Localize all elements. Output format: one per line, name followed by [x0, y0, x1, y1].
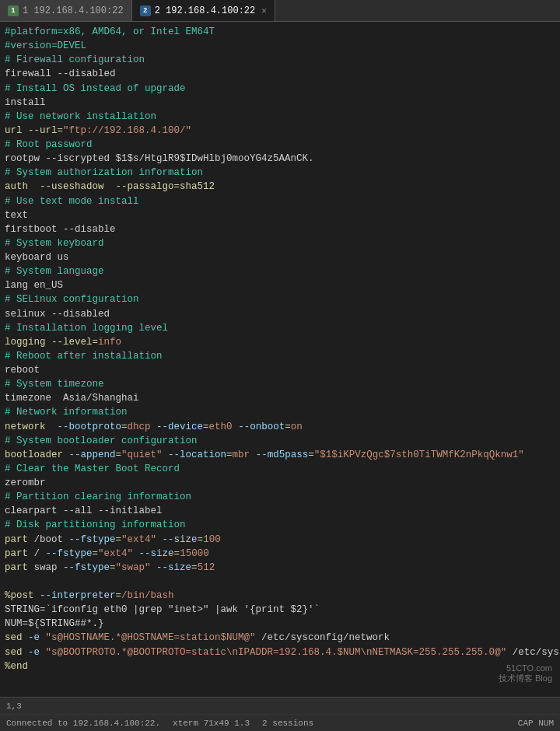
sessions-label: 2 sessions — [262, 719, 313, 728]
tab-2-label: 2 192.168.4.100:22 — [155, 5, 256, 16]
status-position: 1,3 — [6, 701, 22, 711]
tab-2[interactable]: 2 2 192.168.4.100:22 ✕ — [132, 0, 275, 21]
cap-num-label: CAP NUM — [518, 719, 554, 728]
bottom-bar: Connected to 192.168.4.100:22. xterm 71x… — [0, 714, 560, 731]
tab-1-icon: 1 — [8, 5, 19, 16]
title-bar: 1 1 192.168.4.100:22 2 2 192.168.4.100:2… — [0, 0, 560, 22]
tab-1-label: 1 192.168.4.100:22 — [23, 5, 124, 16]
status-bar: 1,3 — [0, 697, 560, 714]
terminal-label: xterm 71x49 1.3 — [173, 719, 250, 728]
connected-label: Connected to 192.168.4.100:22. — [6, 719, 160, 728]
tab-2-close[interactable]: ✕ — [261, 5, 267, 16]
code-editor[interactable]: #platform=x86, AMD64, or Intel EM64T #ve… — [2, 25, 558, 694]
main-content: #platform=x86, AMD64, or Intel EM64T #ve… — [0, 22, 560, 697]
tab-1[interactable]: 1 1 192.168.4.100:22 — [0, 0, 132, 21]
tab-2-icon: 2 — [140, 5, 151, 16]
